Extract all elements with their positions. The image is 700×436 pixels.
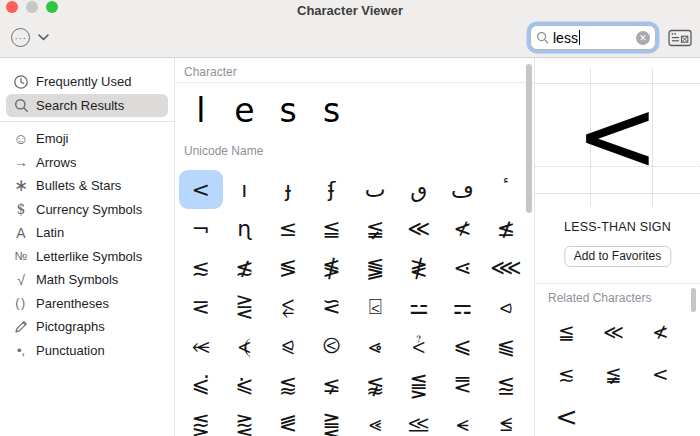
grid-cell[interactable]: ٮ — [353, 170, 397, 209]
grid-cell[interactable]: ⚎ — [441, 287, 485, 326]
sidebar-item-label: Math Symbols — [36, 272, 118, 287]
related-character-cell[interactable]: ≮ — [637, 311, 684, 353]
grid-cell[interactable]: ⪡ — [353, 404, 397, 436]
related-character-cell[interactable]: < — [637, 353, 684, 395]
grid-cell[interactable]: ⋖ — [441, 248, 485, 287]
chevron-down-icon[interactable] — [38, 34, 49, 41]
sidebar-item-letterlike-symbols[interactable]: №Letterlike Symbols — [6, 245, 168, 269]
grid-cell[interactable]: ≶ — [266, 248, 310, 287]
grid-cell[interactable]: ⪪ — [441, 404, 485, 436]
related-character-cell[interactable]: ≪ — [590, 311, 637, 353]
grid-cell[interactable]: ≲ — [179, 248, 223, 287]
grid-cell[interactable]: ⪁ — [223, 365, 267, 404]
grid-cell[interactable]: ¬ — [179, 209, 223, 248]
window-title: Character Viewer — [0, 3, 700, 18]
related-character-cell[interactable]: ≲ — [543, 353, 590, 395]
grid-cell[interactable]: ⋜ — [179, 287, 223, 326]
grid-cell[interactable]: ⪋ — [397, 365, 441, 404]
grid-cell[interactable]: ⪅ — [266, 365, 310, 404]
sidebar-item-punctuation[interactable]: •,Punctuation — [6, 339, 168, 363]
grid-cell[interactable]: ⪛ — [266, 404, 310, 436]
grid-cell[interactable]: ≮ — [441, 209, 485, 248]
sidebar-item-emoji[interactable]: ☺Emoji — [6, 127, 168, 151]
grid-cell[interactable]: ⪏ — [179, 404, 223, 436]
grid-cell[interactable]: ı — [223, 170, 267, 209]
grid-cell[interactable]: ⪇ — [310, 365, 354, 404]
grid-cell[interactable]: ⪨ — [266, 326, 310, 365]
grid-cell[interactable]: ⪃ — [179, 365, 223, 404]
grid-cell[interactable]: ⚍ — [397, 287, 441, 326]
grid-cell[interactable]: ≸ — [310, 248, 354, 287]
grid-cell[interactable]: ٯ — [397, 170, 441, 209]
search-input-value[interactable]: less — [553, 30, 636, 46]
grid-cell[interactable]: ⋛ — [223, 287, 267, 326]
grid-cell[interactable]: ≴ — [223, 248, 267, 287]
main-scrollbar[interactable] — [526, 64, 532, 213]
grid-cell[interactable]: ⋘ — [484, 248, 528, 287]
grid-cell[interactable]: ⩻ — [397, 326, 441, 365]
grid-cell[interactable]: ⩹ — [353, 326, 397, 365]
grid-cell[interactable]: ڡ — [441, 170, 485, 209]
clear-search-button[interactable]: ✕ — [636, 31, 650, 45]
expand-viewer-button[interactable] — [666, 27, 693, 48]
grid-cell[interactable]: ⫹ — [484, 326, 528, 365]
sidebar-item-latin[interactable]: ALatin — [6, 221, 168, 245]
sidebar-item-pictographs[interactable]: Pictographs — [6, 315, 168, 339]
grid-cell[interactable]: ⪌ — [310, 404, 354, 436]
grid-cell[interactable]: ⪐ — [223, 404, 267, 436]
grid-cell[interactable]: ʄ — [310, 170, 354, 209]
grid-cell[interactable]: ⥶ — [266, 287, 310, 326]
grid-cell[interactable]: ≨ — [353, 209, 397, 248]
sidebar-item-label: Emoji — [36, 131, 69, 146]
detail-scrollbar[interactable] — [691, 288, 696, 312]
sidebar-item-search-results[interactable]: Search Results — [6, 94, 168, 118]
grid-cell[interactable]: ɟ — [266, 170, 310, 209]
keyboard-viewer-icon — [668, 29, 692, 47]
grid-cell[interactable]: ≪ — [397, 209, 441, 248]
sidebar-item-frequently-used[interactable]: Frequently Used — [6, 70, 168, 94]
grid-cell[interactable]: ⩽ — [441, 326, 485, 365]
grid-cell[interactable]: ⪝ — [310, 287, 354, 326]
related-character-cell[interactable]: ≦ — [543, 311, 590, 353]
grid-cell[interactable]: ٴ — [484, 170, 528, 209]
grid-cell-selected[interactable]: < — [179, 170, 223, 209]
result-character[interactable]: s — [266, 88, 310, 132]
add-to-favorites-button[interactable]: Add to Favorites — [564, 246, 671, 267]
sidebar-item-bullets-stars[interactable]: ∗Bullets & Stars — [6, 174, 168, 198]
grid-cell[interactable]: ⪬ — [484, 404, 528, 436]
grid-cell[interactable]: ≹ — [397, 248, 441, 287]
grid-cell[interactable]: ⪓ — [353, 248, 397, 287]
actions-menu-button[interactable]: ··· — [11, 28, 30, 47]
grid-cell[interactable]: ⪦ — [484, 287, 528, 326]
results-pane: Character less Unicode Name <ıɟʄٮٯڡٴ¬ɳ≤≦… — [175, 58, 535, 436]
grid-cell[interactable]: ⦓ — [223, 326, 267, 365]
grid-cell[interactable]: ≤ — [266, 209, 310, 248]
related-character-cell[interactable]: < — [543, 395, 590, 436]
related-character-cell[interactable]: ≨ — [590, 353, 637, 395]
related-characters-grid: ≦≪≮≲≨<< — [543, 311, 684, 436]
grid-cell[interactable]: ⍃ — [353, 287, 397, 326]
sidebar-item-math-symbols[interactable]: √Math Symbols — [6, 268, 168, 292]
sidebar-item-currency-symbols[interactable]: $Currency Symbols — [6, 198, 168, 222]
sidebar-item-label: Arrows — [36, 155, 76, 170]
grid-cell[interactable]: ≦ — [310, 209, 354, 248]
sidebar-item-label: Latin — [36, 225, 64, 240]
grid-cell[interactable]: ≰ — [484, 209, 528, 248]
grid-cell[interactable]: ⪍ — [484, 365, 528, 404]
result-character[interactable]: s — [310, 88, 354, 132]
sidebar-item-parentheses[interactable]: ()Parentheses — [6, 292, 168, 316]
search-field[interactable]: less ✕ — [530, 25, 656, 50]
grid-cell[interactable]: ⪣ — [397, 404, 441, 436]
character-viewer-window: Character Viewer ··· less ✕ — [0, 0, 700, 436]
sidebar-item-label: Frequently Used — [36, 74, 131, 89]
grid-cell[interactable]: ⥷ — [179, 326, 223, 365]
grid-cell[interactable]: ⪉ — [353, 365, 397, 404]
character-name-label: LESS-THAN SIGN — [535, 220, 700, 234]
grid-cell[interactable]: ⪙ — [441, 365, 485, 404]
grid-cell[interactable]: ⧀ — [310, 326, 354, 365]
result-character[interactable]: l — [179, 88, 223, 132]
result-character[interactable]: e — [223, 88, 267, 132]
sidebar-item-arrows[interactable]: →Arrows — [6, 151, 168, 175]
grid-cell[interactable]: ɳ — [223, 209, 267, 248]
glyph-preview: < — [535, 66, 700, 206]
